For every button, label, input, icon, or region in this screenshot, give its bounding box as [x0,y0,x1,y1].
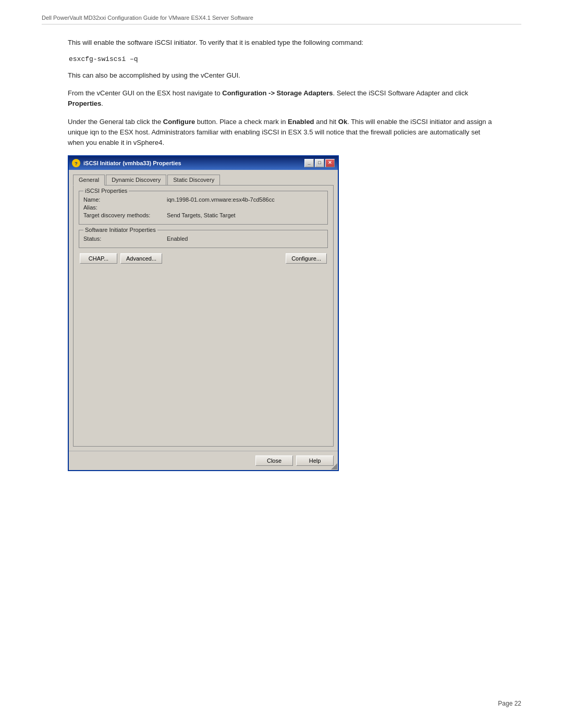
software-initiator-title: Software Initiator Properties [83,227,157,233]
name-label: Name: [83,196,167,203]
configure-button[interactable]: Configure... [286,253,327,264]
dialog-buttons-left: CHAP... Advanced... [80,253,162,264]
header-text: Dell PowerVault MD32xxi Configuration Gu… [42,15,253,21]
tab-dynamic-discovery[interactable]: Dynamic Discovery [106,175,166,186]
dialog-bottom-buttons: Close Help [69,451,338,470]
advanced-button[interactable]: Advanced... [120,253,162,264]
dialog-icon: ? [72,159,80,167]
dialog-tabs: General Dynamic Discovery Static Discove… [73,174,334,185]
chap-button[interactable]: CHAP... [80,253,117,264]
iscsi-properties-group: iSCSI Properties Name: iqn.1998-01.com.v… [79,191,328,225]
titlebar-buttons: _ □ ✕ [304,159,335,167]
dialog-titlebar-left: ? iSCSI Initiator (vmhba33) Properties [72,159,181,167]
iscsi-dialog: ? iSCSI Initiator (vmhba33) Properties _… [68,155,339,471]
page-footer: Page 22 [498,700,521,707]
paragraph-3: From the vCenter GUI on the ESX host nav… [68,88,495,109]
software-initiator-content: Status: Enabled [83,236,323,242]
page-content: This will enable the software iSCSI init… [68,38,495,480]
iscsi-properties-title: iSCSI Properties [83,188,129,194]
target-discovery-row: Target discovery methods: Send Targets, … [83,212,323,218]
alias-row: Alias: [83,204,323,211]
page-number: Page 22 [498,700,521,707]
name-value: iqn.1998-01.com.vmware:esx4b-7cd586cc [167,196,275,203]
close-button[interactable]: Close [255,455,293,466]
software-initiator-group: Software Initiator Properties Status: En… [79,230,328,248]
svg-text:?: ? [75,161,78,166]
dialog-title: iSCSI Initiator (vmhba33) Properties [83,160,181,166]
paragraph-4: Under the General tab click the Configur… [68,117,495,148]
paragraph-1: This will enable the software iSCSI init… [68,38,495,48]
tab-content-general: iSCSI Properties Name: iqn.1998-01.com.v… [73,185,334,447]
dialog-wrapper: ? iSCSI Initiator (vmhba33) Properties _… [68,155,495,471]
help-button[interactable]: Help [296,455,334,466]
iscsi-properties-content: Name: iqn.1998-01.com.vmware:esx4b-7cd58… [83,196,323,218]
dialog-body: General Dynamic Discovery Static Discove… [69,170,338,451]
content-spacer [79,264,328,441]
tab-general[interactable]: General [73,175,105,186]
dialog-titlebar: ? iSCSI Initiator (vmhba33) Properties _… [69,156,338,170]
name-row: Name: iqn.1998-01.com.vmware:esx4b-7cd58… [83,196,323,203]
alias-label: Alias: [83,204,167,211]
resize-handle[interactable] [331,463,338,470]
dialog-action-buttons: CHAP... Advanced... Configure... [79,253,328,264]
target-discovery-label: Target discovery methods: [83,212,167,218]
page-header: Dell PowerVault MD32xxi Configuration Gu… [42,15,521,24]
paragraph-2: This can also be accomplished by using t… [68,70,495,81]
status-row: Status: Enabled [83,236,323,242]
code-line-1: esxcfg-swiscsi –q [69,55,495,63]
target-discovery-value: Send Targets, Static Target [167,212,236,218]
status-label: Status: [83,236,167,242]
tab-static-discovery[interactable]: Static Discovery [167,175,220,186]
status-value: Enabled [167,236,188,242]
close-x-button[interactable]: ✕ [325,159,335,167]
minimize-button[interactable]: _ [304,159,314,167]
maximize-button[interactable]: □ [315,159,324,167]
